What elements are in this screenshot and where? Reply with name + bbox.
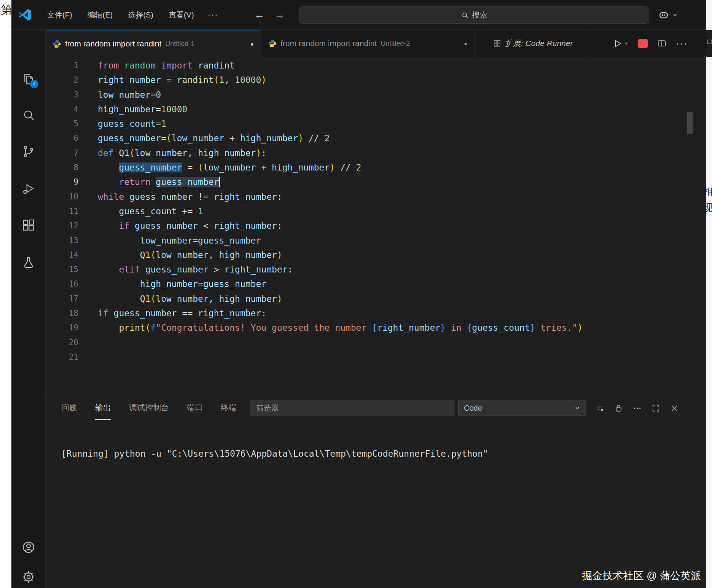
close-panel-icon[interactable] (670, 403, 679, 413)
tab-code-runner-extension[interactable]: 扩展: Code Runner (486, 30, 589, 57)
tab-untitled-1[interactable]: from random import randint Untitled-1 ● (46, 30, 261, 57)
line-number[interactable]: 13 (46, 233, 88, 248)
copilot-icon[interactable] (658, 9, 670, 21)
search-sidebar-icon[interactable] (20, 107, 37, 123)
line-number[interactable]: 1 (46, 58, 88, 73)
code-line[interactable]: 11guess_count += 1 (46, 204, 706, 218)
panel-toolbar (595, 403, 679, 413)
maximize-panel-icon[interactable] (651, 403, 661, 413)
line-number[interactable]: 9 (46, 175, 88, 189)
code-line[interactable]: 10while guess_number != right_number: (46, 190, 706, 204)
menu-edit[interactable]: 编辑(E) (80, 7, 121, 23)
code-token: ( (150, 294, 156, 304)
line-number[interactable]: 4 (46, 102, 88, 116)
line-number[interactable]: 20 (46, 335, 88, 350)
line-number[interactable]: 14 (46, 248, 88, 262)
modified-indicator[interactable]: ● (250, 41, 254, 47)
code-token: low_number (156, 250, 208, 260)
code-token: ) (256, 148, 261, 158)
clear-output-icon[interactable] (595, 403, 605, 413)
line-number[interactable]: 5 (46, 116, 88, 131)
output-channel-select[interactable]: Code (458, 400, 586, 416)
code-line[interactable]: 12if guess_number < right_number: (46, 218, 706, 233)
menu-file[interactable]: 文件(F) (40, 7, 80, 23)
line-number[interactable]: 10 (46, 190, 88, 204)
code-token: , (209, 294, 219, 304)
code-line[interactable]: 15elif guess_number > right_number: (46, 262, 706, 277)
panel-more-actions-icon[interactable] (632, 403, 642, 413)
command-center-search[interactable]: 搜索 (299, 6, 649, 24)
line-number[interactable]: 7 (46, 146, 88, 160)
line-number[interactable]: 6 (46, 131, 88, 145)
code-line[interactable]: 17Q1(low_number, high_number) (46, 292, 706, 306)
explorer-icon[interactable]: 4 (20, 71, 37, 88)
code-line[interactable]: 14Q1(low_number, high_number) (46, 248, 706, 262)
code-token: < (198, 221, 214, 231)
run-debug-icon[interactable] (20, 180, 37, 197)
line-number[interactable]: 12 (46, 218, 88, 233)
code-line[interactable]: 16high_number=guess_number (46, 277, 706, 291)
line-number[interactable]: 2 (46, 73, 88, 87)
editor-scrollbar-thumb[interactable] (687, 112, 693, 134)
testing-icon[interactable] (20, 254, 37, 271)
line-number[interactable]: 11 (46, 204, 88, 218)
code-token: right_number (377, 323, 440, 333)
code-line[interactable]: 2right_number = randint(1, 10000) (46, 73, 706, 87)
code-line[interactable]: 7def Q1(low_number, high_number): (46, 146, 706, 160)
code-line[interactable]: 1from random import randint (46, 58, 706, 73)
code-token: if (119, 221, 135, 231)
code-line[interactable]: 18if guess_number == right_number: (46, 306, 706, 320)
line-number[interactable]: 15 (46, 262, 88, 277)
code-line[interactable]: 19print(f"Congratulations! You guessed t… (46, 320, 706, 335)
extensions-icon[interactable] (20, 217, 37, 234)
run-code-button[interactable] (612, 38, 629, 49)
code-token: guess_count (119, 206, 177, 216)
more-actions-button[interactable]: ··· (676, 38, 688, 49)
line-number[interactable]: 16 (46, 277, 88, 291)
run-dropdown-chevron-icon[interactable] (624, 41, 629, 46)
tab-untitled-2[interactable]: from random import randint Untitled-2 ● (261, 30, 475, 57)
line-number[interactable]: 8 (46, 160, 88, 175)
code-line[interactable]: 20 (46, 335, 706, 350)
code-line[interactable]: 3low_number=0 (46, 88, 706, 102)
python-icon (268, 39, 277, 48)
line-number[interactable]: 17 (46, 292, 88, 306)
panel-tab-ports[interactable]: 端口 (187, 396, 203, 420)
line-number[interactable]: 21 (46, 350, 88, 364)
code-token: while (98, 192, 129, 202)
code-token: def (98, 148, 119, 158)
tab-title: from random import randint (65, 39, 161, 48)
forward-button[interactable]: → (274, 9, 285, 21)
code-token: = (150, 90, 156, 100)
code-token: in (446, 323, 467, 333)
stop-button[interactable] (638, 39, 648, 48)
line-number[interactable]: 3 (46, 88, 88, 102)
panel-tab-problems[interactable]: 问题 (61, 396, 77, 420)
scroll-lock-icon[interactable] (614, 403, 623, 413)
code-line[interactable]: 8guess_number = (low_number + high_numbe… (46, 160, 706, 175)
modified-indicator[interactable]: ● (464, 40, 467, 47)
code-line[interactable]: 5guess_count=1 (46, 116, 706, 131)
code-line[interactable]: 6guess_number=(low_number + high_number)… (46, 131, 706, 145)
panel-tab-output[interactable]: 输出 (95, 396, 111, 420)
menu-selection[interactable]: 选择(S) (120, 7, 161, 23)
split-editor-icon[interactable] (657, 38, 667, 48)
source-control-icon[interactable] (20, 143, 37, 160)
code-line[interactable]: 4high_number=10000 (46, 102, 706, 116)
output-filter-input[interactable] (250, 400, 455, 416)
code-editor[interactable]: 1from random import randint2right_number… (46, 57, 706, 396)
panel-tab-debug-console[interactable]: 调试控制台 (129, 396, 169, 420)
code-line[interactable]: 21 (46, 350, 706, 364)
account-icon[interactable] (20, 539, 37, 556)
chevron-down-icon[interactable] (672, 12, 678, 18)
code-token: 2 (356, 163, 362, 172)
back-button[interactable]: ← (254, 9, 264, 21)
panel-tab-terminal[interactable]: 终端 (221, 396, 237, 420)
menu-more-button[interactable]: ··· (202, 7, 225, 23)
code-line[interactable]: 13low_number=guess_number (46, 233, 706, 248)
settings-gear-icon[interactable] (20, 569, 37, 585)
code-line[interactable]: 9return guess_number (46, 175, 706, 189)
line-number[interactable]: 18 (46, 306, 88, 320)
menu-view[interactable]: 查看(V) (161, 7, 202, 23)
line-number[interactable]: 19 (46, 320, 88, 335)
